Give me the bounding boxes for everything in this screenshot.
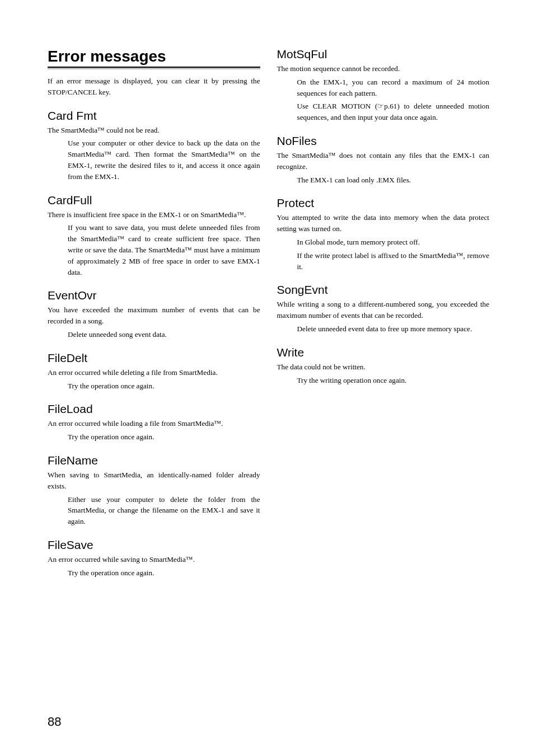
section-desc: There is insufficient free space in the …: [48, 209, 260, 220]
section-advice: Try the writing operation once again.: [277, 375, 490, 386]
section-desc: An error occurred while saving to SmartM…: [48, 554, 260, 565]
section-advice: In Global mode, turn memory protect off.: [277, 237, 490, 248]
section-desc: An error occurred while loading a file f…: [48, 418, 260, 429]
section-heading: Write: [277, 346, 490, 359]
section-desc: An error occurred while deleting a file …: [48, 367, 260, 378]
section-heading: SongEvnt: [277, 283, 490, 297]
section-advice: Delete unneeded song event data.: [48, 329, 260, 340]
section-advice: Either use your computer to delete the f…: [48, 494, 260, 527]
section-heading: MotSqFul: [277, 48, 490, 61]
section-desc: You attempted to write the data into mem…: [277, 212, 490, 234]
right-column: MotSqFul The motion sequence cannot be r…: [277, 48, 490, 581]
section-heading: FileSave: [48, 538, 260, 552]
section-advice: If you want to save data, you must delet…: [48, 222, 260, 278]
section-heading: CardFull: [48, 194, 260, 207]
section-desc: The motion sequence cannot be recorded.: [277, 63, 490, 74]
section-advice: If the write protect label is affixed to…: [277, 250, 490, 273]
page-ref-icon: ☞: [377, 102, 384, 110]
section-advice: Try the operation once again.: [48, 381, 260, 392]
section-advice: Try the operation once again.: [48, 567, 260, 579]
page-number: 88: [48, 715, 61, 729]
section-advice: On the EMX-1, you can record a maximum o…: [277, 77, 490, 99]
section-desc: The SmartMedia™ could not be read.: [48, 125, 260, 136]
text-fragment: Use CLEAR MOTION (: [297, 102, 378, 110]
section-advice: Use CLEAR MOTION (☞p.61) to delete unnee…: [277, 101, 490, 123]
page-title: Error messages: [48, 48, 260, 68]
section-heading: FileLoad: [48, 402, 260, 416]
intro-text: If an error message is displayed, you ca…: [48, 76, 260, 98]
section-heading: Card Fmt: [48, 109, 260, 123]
section-desc: You have exceeded the maximum number of …: [48, 304, 260, 327]
section-heading: NoFiles: [277, 134, 490, 148]
section-advice: The EMX-1 can load only .EMX files.: [277, 175, 490, 186]
section-desc: The SmartMedia™ does not contain any fil…: [277, 150, 490, 172]
section-desc: The data could not be written.: [277, 361, 490, 373]
left-column: Error messages If an error message is di…: [48, 48, 260, 581]
section-heading: FileName: [48, 454, 260, 467]
section-desc: While writing a song to a different-numb…: [277, 299, 490, 321]
section-heading: FileDelt: [48, 351, 260, 365]
section-advice: Use your computer or other device to bac…: [48, 138, 260, 182]
section-advice: Delete unneeded event data to free up mo…: [277, 323, 490, 335]
section-desc: When saving to SmartMedia, an identicall…: [48, 469, 260, 492]
section-heading: Protect: [277, 196, 490, 210]
section-heading: EventOvr: [48, 289, 260, 302]
section-advice: Try the operation once again.: [48, 431, 260, 443]
